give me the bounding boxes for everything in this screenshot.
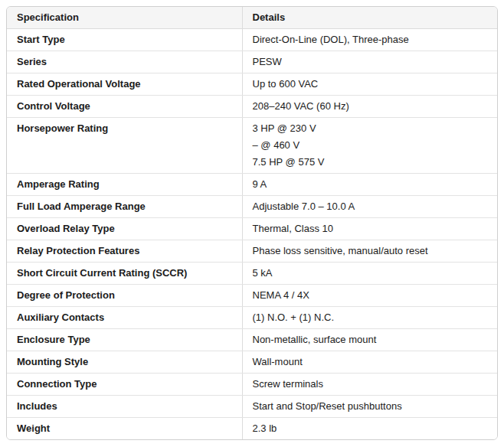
- detail-line: 5 kA: [253, 265, 488, 282]
- detail-line: (1) N.O. + (1) N.C.: [253, 309, 488, 326]
- spec-details-cell: 208–240 VAC (60 Hz): [242, 96, 497, 118]
- table-row: Degree of ProtectionNEMA 4 / 4X: [7, 285, 497, 307]
- table-row: Relay Protection FeaturesPhase loss sens…: [7, 240, 497, 263]
- table-row: Amperage Rating9 A: [7, 174, 497, 196]
- detail-line: Start and Stop/Reset pushbuttons: [253, 398, 488, 415]
- spec-name-cell: Overload Relay Type: [7, 218, 242, 240]
- detail-line: 3 HP @ 230 V: [253, 120, 488, 137]
- spec-details-cell: NEMA 4 / 4X: [242, 285, 497, 307]
- detail-line: Thermal, Class 10: [253, 220, 488, 237]
- spec-name-cell: Enclosure Type: [7, 329, 242, 351]
- spec-name-cell: Short Circuit Current Rating (SCCR): [7, 263, 242, 285]
- spec-details-cell: Screw terminals: [242, 374, 497, 396]
- spec-name-cell: Relay Protection Features: [7, 240, 242, 263]
- table-row: Weight2.3 lb: [7, 418, 497, 440]
- spec-details-cell: Direct-On-Line (DOL), Three-phase: [242, 29, 497, 51]
- table-row: Connection TypeScrew terminals: [7, 374, 497, 396]
- spec-details-cell: Phase loss sensitive, manual/auto reset: [242, 240, 497, 263]
- spec-name-cell: Weight: [7, 418, 242, 440]
- detail-line: 7.5 HP @ 575 V: [253, 154, 488, 171]
- detail-line: Up to 600 VAC: [253, 76, 488, 93]
- spec-name-cell: Series: [7, 51, 242, 73]
- table-row: Rated Operational VoltageUp to 600 VAC: [7, 73, 497, 96]
- detail-line: PESW: [253, 54, 488, 70]
- spec-name-cell: Mounting Style: [7, 351, 242, 374]
- table-body: Start TypeDirect-On-Line (DOL), Three-ph…: [7, 29, 497, 440]
- detail-line: Phase loss sensitive, manual/auto reset: [253, 243, 488, 259]
- detail-line: 9 A: [253, 176, 488, 193]
- spec-details-cell: 3 HP @ 230 V– @ 460 V7.5 HP @ 575 V: [242, 118, 497, 174]
- table-row: IncludesStart and Stop/Reset pushbuttons: [7, 396, 497, 418]
- detail-line: 208–240 VAC (60 Hz): [253, 98, 488, 115]
- table-row: Control Voltage208–240 VAC (60 Hz): [7, 96, 497, 118]
- page: Specification Details Start TypeDirect-O…: [0, 0, 504, 447]
- table-row: Horsepower Rating3 HP @ 230 V– @ 460 V7.…: [7, 118, 497, 174]
- spec-details-cell: 2.3 lb: [242, 418, 497, 440]
- spec-details-cell: Thermal, Class 10: [242, 218, 497, 240]
- spec-details-cell: Start and Stop/Reset pushbuttons: [242, 396, 497, 418]
- spec-name-cell: Control Voltage: [7, 96, 242, 118]
- spec-details-cell: 5 kA: [242, 263, 497, 285]
- spec-name-cell: Amperage Rating: [7, 174, 242, 196]
- spec-name-cell: Degree of Protection: [7, 285, 242, 307]
- spec-details-cell: Wall-mount: [242, 351, 497, 374]
- spec-name-cell: Auxiliary Contacts: [7, 307, 242, 329]
- spec-details-cell: Non-metallic, surface mount: [242, 329, 497, 351]
- table-row: Auxiliary Contacts(1) N.O. + (1) N.C.: [7, 307, 497, 329]
- spec-details-cell: Up to 600 VAC: [242, 73, 497, 96]
- table-row: Enclosure TypeNon-metallic, surface moun…: [7, 329, 497, 351]
- table-row: Start TypeDirect-On-Line (DOL), Three-ph…: [7, 29, 497, 51]
- column-header-details: Details: [242, 7, 497, 29]
- spec-name-cell: Includes: [7, 396, 242, 418]
- detail-line: 2.3 lb: [253, 420, 488, 437]
- table-row: Overload Relay TypeThermal, Class 10: [7, 218, 497, 240]
- spec-name-cell: Full Load Amperage Range: [7, 196, 242, 218]
- spec-name-cell: Connection Type: [7, 374, 242, 396]
- specification-table: Specification Details Start TypeDirect-O…: [7, 7, 497, 439]
- detail-line: NEMA 4 / 4X: [253, 287, 488, 304]
- detail-line: – @ 460 V: [253, 137, 488, 154]
- detail-line: Adjustable 7.0 – 10.0 A: [253, 198, 488, 215]
- specification-table-container: Specification Details Start TypeDirect-O…: [6, 6, 498, 440]
- spec-details-cell: PESW: [242, 51, 497, 73]
- table-row: Full Load Amperage RangeAdjustable 7.0 –…: [7, 196, 497, 218]
- table-header-row: Specification Details: [7, 7, 497, 29]
- table-row: SeriesPESW: [7, 51, 497, 73]
- spec-details-cell: Adjustable 7.0 – 10.0 A: [242, 196, 497, 218]
- spec-details-cell: (1) N.O. + (1) N.C.: [242, 307, 497, 329]
- column-header-specification: Specification: [7, 7, 242, 29]
- table-row: Mounting StyleWall-mount: [7, 351, 497, 374]
- spec-name-cell: Horsepower Rating: [7, 118, 242, 174]
- spec-name-cell: Rated Operational Voltage: [7, 73, 242, 96]
- spec-name-cell: Start Type: [7, 29, 242, 51]
- detail-line: Direct-On-Line (DOL), Three-phase: [253, 31, 488, 48]
- detail-line: Screw terminals: [253, 376, 488, 393]
- spec-details-cell: 9 A: [242, 174, 497, 196]
- detail-line: Wall-mount: [253, 354, 488, 370]
- detail-line: Non-metallic, surface mount: [253, 331, 488, 348]
- table-row: Short Circuit Current Rating (SCCR)5 kA: [7, 263, 497, 285]
